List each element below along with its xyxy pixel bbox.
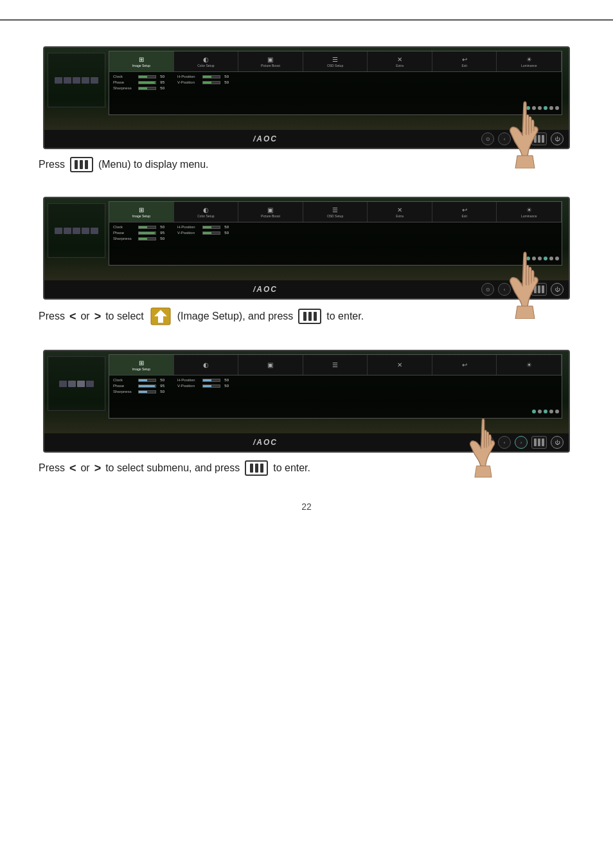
osd3-vpos: V-Position — [177, 384, 200, 388]
osd3-icon-3: ▣ — [238, 355, 303, 375]
left-panel-3 — [48, 356, 105, 411]
section-3: ⊞ Image Setup ◐ ▣ ☰ — [39, 337, 574, 476]
aoc-logo-3: /AOC — [49, 438, 481, 447]
osd-exit-icon: ↩ Exit — [432, 51, 497, 71]
osd3-phase: Phase — [113, 384, 136, 388]
osd-sharpness-label: Sharpness — [113, 86, 136, 90]
icon-2-1 — [55, 228, 62, 234]
osd-phase-bar — [138, 81, 156, 84]
greater-than-icon-2: > — [94, 462, 102, 475]
section-1: ⊞ Image Setup ◐ Color Setup ▣ Picture Bo… — [39, 33, 574, 172]
osd3-row-sharp: Sharpness 50 — [113, 390, 164, 393]
osd-picture-boost-icon: ▣ Picture Boost — [238, 51, 303, 71]
monitor-screen-2: ⊞ Image Setup ◐ Color Setup ▣ Picture Bo… — [43, 197, 570, 300]
osd-row-hpos: H-Position 50 — [177, 75, 229, 78]
icon-3-3 — [77, 381, 85, 387]
osd3-icon-7: ☀ — [497, 355, 562, 375]
osd2-row-hpos: H-Position 50 — [177, 225, 229, 229]
icon-2-3 — [73, 228, 80, 234]
osd3-sharp: Sharpness — [113, 390, 136, 393]
osd3-icon-2: ◐ — [174, 355, 239, 375]
hand-cursor-1 — [499, 98, 551, 170]
left-panel-1 — [48, 53, 105, 107]
osd2-hpos-val: 50 — [224, 225, 229, 229]
nav2-power-btn[interactable]: ⏻ — [551, 283, 564, 296]
icon-2 — [64, 77, 71, 84]
left-panel-2 — [48, 203, 105, 258]
menu-bar-icon-3-2 — [255, 464, 258, 473]
osd2-label-cs: Color Setup — [197, 214, 214, 218]
osd-label-image-setup: Image Setup — [132, 64, 150, 68]
nav3-power-btn[interactable]: ⏻ — [551, 436, 564, 449]
page-num-text: 22 — [301, 502, 312, 512]
osd2-sharp-bar — [138, 237, 156, 240]
nav3-right-btn[interactable]: › — [515, 436, 528, 449]
osd-extra-icon: ✕ Extra — [368, 51, 432, 71]
or-text-2: or — [80, 462, 89, 474]
icon-1 — [55, 77, 62, 84]
menu-bar-icon-3-1 — [250, 464, 253, 473]
osd-sharpness-bar — [138, 87, 156, 90]
osd-top-bar-3: ⊞ Image Setup ◐ ▣ ☰ — [109, 355, 562, 375]
menu-bar-icon-2-3 — [314, 312, 317, 321]
status-dot-6 — [555, 106, 559, 110]
menu3-bar-3 — [542, 439, 544, 446]
osd-label-osd-setup: OSD Setup — [327, 64, 343, 68]
osd-row-sharpness: Sharpness 50 — [113, 86, 164, 90]
menu-bar-icon-3-3 — [260, 464, 263, 473]
menu-icon-2 — [298, 309, 321, 324]
osd2-clock-fill — [139, 226, 147, 228]
to-select-submenu-text: to select submenu, and press — [105, 462, 240, 474]
menu-bar-icon-1 — [75, 160, 78, 169]
osd3-row-clock: Clock 50 — [113, 378, 164, 382]
osd2-picture-boost: ▣ Picture Boost — [238, 202, 303, 222]
nav3-menu-btn[interactable] — [531, 436, 547, 449]
osd2-clock-label: Clock — [113, 225, 136, 229]
osd-label-color-setup: Color Setup — [197, 64, 214, 68]
menu3-bar-2 — [538, 439, 540, 446]
osd-vpos-bar — [202, 81, 220, 84]
press-text-3: Press — [39, 462, 65, 474]
osd-label-picture-boost: Picture Boost — [261, 64, 280, 68]
icon-4 — [82, 77, 89, 84]
left-icons-row-2 — [55, 228, 98, 234]
osd2-clock-bar — [138, 226, 156, 229]
press-text-1: Press — [39, 159, 65, 170]
image-setup-icon-inline — [150, 307, 171, 325]
osd2-extra: ✕ Extra — [368, 202, 432, 222]
sd3-4 — [549, 410, 553, 413]
sd3-1 — [532, 410, 536, 413]
status-dots-3 — [532, 410, 559, 413]
monitor-image-2: ⊞ Image Setup ◐ Color Setup ▣ Picture Bo… — [43, 197, 570, 300]
osd2-luminance: ☀ Luminance — [497, 202, 562, 222]
monitor-screen-1: ⊞ Image Setup ◐ Color Setup ▣ Picture Bo… — [43, 46, 570, 149]
monitor-image-1: ⊞ Image Setup ◐ Color Setup ▣ Picture Bo… — [43, 46, 570, 149]
icon-5 — [91, 77, 98, 84]
osd-clock-value: 50 — [160, 75, 164, 78]
icon-3 — [73, 77, 80, 84]
to-enter-text-1: to enter. — [326, 311, 364, 322]
sd3-5 — [555, 410, 559, 413]
aoc-logo-2: /AOC — [49, 285, 481, 294]
osd3-sharp-bar — [138, 390, 156, 393]
osd-status-bar-2 — [44, 255, 569, 262]
nav-power-btn[interactable]: ⏻ — [551, 132, 564, 145]
icon-3-4 — [86, 381, 94, 387]
icon-3-2 — [68, 381, 76, 387]
osd-row-clock: Clock 50 — [113, 75, 164, 78]
osd2-label-lum: Luminance — [521, 214, 537, 218]
instruction-2: Press < or > to select (Image Setup), an… — [39, 307, 574, 325]
aoc-logo-1: /AOC — [49, 134, 481, 143]
osd2-color-setup: ◐ Color Setup — [174, 202, 239, 222]
osd-top-bar-1: ⊞ Image Setup ◐ Color Setup ▣ Picture Bo… — [109, 51, 562, 72]
icon-2-5 — [91, 228, 98, 234]
nav2-settings-btn[interactable]: ⊙ — [481, 283, 494, 296]
osd-phase-value: 95 — [160, 80, 164, 84]
greater-than-icon-1: > — [94, 310, 102, 323]
screen-display-2: ⊞ Image Setup ◐ Color Setup ▣ Picture Bo… — [44, 198, 569, 282]
osd2-phase-val: 95 — [160, 231, 164, 235]
icon-2-2 — [64, 228, 71, 234]
osd3-icon-6: ↩ — [432, 355, 497, 375]
nav-settings-btn[interactable]: ⊙ — [481, 132, 494, 145]
or-text-1: or — [80, 311, 89, 322]
